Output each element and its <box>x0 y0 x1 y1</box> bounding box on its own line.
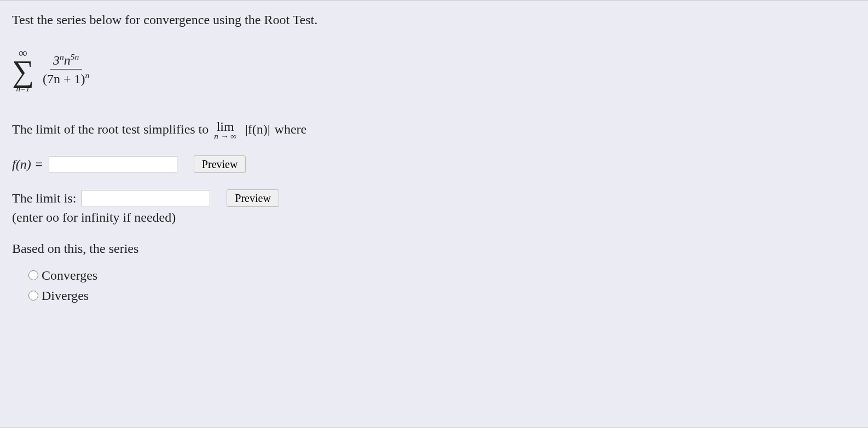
limit-description: The limit of the root test simplifies to… <box>12 119 856 141</box>
fn-label: f(n) = <box>12 157 43 172</box>
limit-expression: lim n → ∞ <box>214 119 236 141</box>
option-diverges[interactable]: Diverges <box>28 288 856 303</box>
radio-diverges[interactable] <box>28 291 38 300</box>
fn-absolute: |f(n)| <box>245 122 270 137</box>
series-term-fraction: 3nn5n (7n + 1)n <box>39 52 92 86</box>
fn-input[interactable] <box>49 156 177 172</box>
sigma-symbol: ∑ <box>12 59 34 84</box>
sum-lower-bound: n=1 <box>16 85 30 93</box>
fraction-denominator: (7n + 1)n <box>39 71 92 86</box>
limit-preview-button[interactable]: Preview <box>227 189 279 207</box>
conclusion-options: Converges Diverges <box>12 268 856 303</box>
question-prompt: Test the series below for convergence us… <box>12 10 856 30</box>
radio-converges[interactable] <box>28 270 38 280</box>
option-converges-label: Converges <box>42 268 97 283</box>
series-formula: ∞ ∑ n=1 3nn5n (7n + 1)n <box>12 45 92 94</box>
option-converges[interactable]: Converges <box>28 268 856 283</box>
fn-preview-button[interactable]: Preview <box>194 155 246 173</box>
fraction-numerator: 3nn5n <box>50 52 82 70</box>
limit-sentence-post: where <box>275 122 307 137</box>
sum-upper-bound: ∞ <box>19 47 27 59</box>
limit-label: The limit is: <box>12 191 76 206</box>
limit-hint: (enter oo for infinity if needed) <box>12 210 856 225</box>
option-diverges-label: Diverges <box>42 288 89 303</box>
limit-input[interactable] <box>82 190 210 206</box>
fn-answer-row: f(n) = Preview <box>12 155 856 173</box>
conclusion-prompt: Based on this, the series <box>12 239 856 258</box>
limit-sentence-pre: The limit of the root test simplifies to <box>12 122 209 137</box>
sigma-icon: ∞ ∑ n=1 <box>12 45 34 94</box>
lim-subscript: n → ∞ <box>214 133 236 141</box>
question-container: Test the series below for convergence us… <box>0 0 868 428</box>
limit-answer-row: The limit is: Preview <box>12 189 856 207</box>
